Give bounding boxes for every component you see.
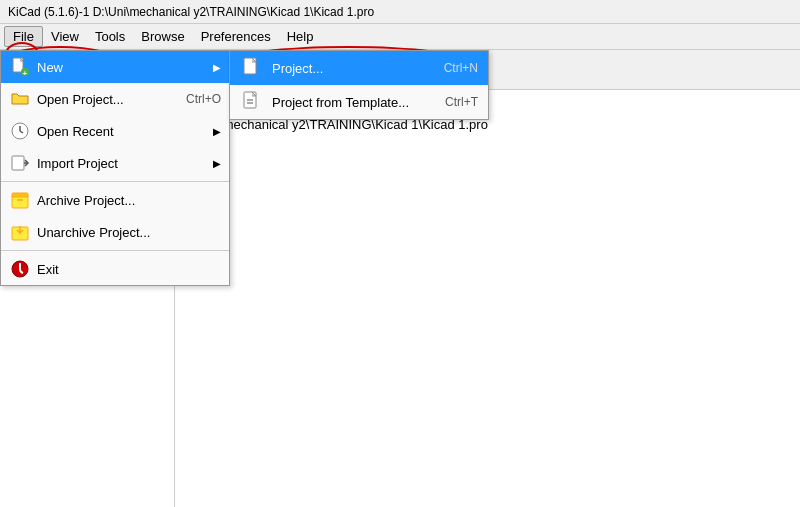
unarchive-project-label: Unarchive Project... — [37, 225, 221, 240]
import-project-icon — [9, 152, 31, 174]
menu-item-exit[interactable]: Exit — [1, 253, 229, 285]
template-shortcut: Ctrl+T — [445, 95, 478, 109]
import-project-arrow: ▶ — [213, 158, 221, 169]
open-recent-arrow: ▶ — [213, 126, 221, 137]
open-recent-label: Open Recent — [37, 124, 209, 139]
menu-tools[interactable]: Tools — [87, 27, 133, 46]
new-arrow: ▶ — [213, 62, 221, 73]
file-dropdown: + New ▶ Open Project... Ctrl+O Open Rece… — [0, 50, 230, 286]
import-project-label: Import Project — [37, 156, 209, 171]
new-icon: + — [9, 56, 31, 78]
open-recent-icon — [9, 120, 31, 142]
menu-item-open-recent[interactable]: Open Recent ▶ — [1, 115, 229, 147]
exit-icon — [9, 258, 31, 280]
svg-rect-37 — [12, 156, 24, 170]
project-label: Project... — [272, 61, 444, 76]
separator-2 — [1, 250, 229, 251]
menu-preferences[interactable]: Preferences — [193, 27, 279, 46]
menu-item-new[interactable]: + New ▶ — [1, 51, 229, 83]
submenu-item-template[interactable]: Project from Template... Ctrl+T — [230, 85, 488, 119]
menu-file[interactable]: File — [4, 26, 43, 47]
open-project-label: Open Project... — [37, 92, 178, 107]
unarchive-project-icon — [9, 221, 31, 243]
archive-project-label: Archive Project... — [37, 193, 221, 208]
open-project-icon — [9, 88, 31, 110]
menu-help[interactable]: Help — [279, 27, 322, 46]
project-shortcut: Ctrl+N — [444, 61, 478, 75]
menu-browse[interactable]: Browse — [133, 27, 192, 46]
content-area: Name: D:\Uni\mechanical y2\TRAINING\Kica… — [175, 90, 800, 507]
svg-text:+: + — [23, 69, 28, 78]
new-label: New — [37, 60, 209, 75]
archive-project-icon — [9, 189, 31, 211]
menu-bar: File View Tools Browse Preferences Help — [0, 24, 800, 50]
menu-view[interactable]: View — [43, 27, 87, 46]
new-submenu: Project... Ctrl+N Project from Template.… — [229, 50, 489, 120]
title-text: KiCad (5.1.6)-1 D:\Uni\mechanical y2\TRA… — [8, 5, 374, 19]
menu-item-import-project[interactable]: Import Project ▶ — [1, 147, 229, 179]
template-icon — [240, 90, 264, 114]
submenu-item-project[interactable]: Project... Ctrl+N — [230, 51, 488, 85]
menu-item-open-project[interactable]: Open Project... Ctrl+O — [1, 83, 229, 115]
svg-rect-40 — [12, 193, 28, 197]
separator-1 — [1, 181, 229, 182]
template-label: Project from Template... — [272, 95, 445, 110]
menu-item-unarchive-project[interactable]: Unarchive Project... — [1, 216, 229, 248]
open-project-shortcut: Ctrl+O — [186, 92, 221, 106]
menu-item-archive-project[interactable]: Archive Project... — [1, 184, 229, 216]
title-bar: KiCad (5.1.6)-1 D:\Uni\mechanical y2\TRA… — [0, 0, 800, 24]
project-icon — [240, 56, 264, 80]
exit-label: Exit — [37, 262, 221, 277]
